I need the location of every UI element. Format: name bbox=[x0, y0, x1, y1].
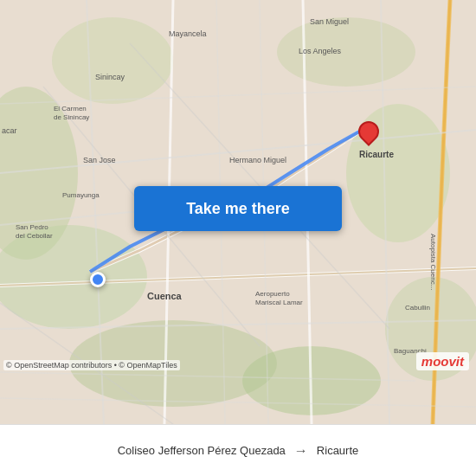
svg-text:Hermano Miguel: Hermano Miguel bbox=[229, 156, 286, 164]
svg-text:San Pedro: San Pedro bbox=[16, 223, 48, 231]
destination-marker bbox=[358, 121, 379, 149]
map-attribution: © OpenStreetMap contributors • © OpenMap… bbox=[3, 360, 180, 370]
svg-text:Cabullin: Cabullin bbox=[405, 304, 430, 312]
route-info: Coliseo Jefferson Pérez Quezada → Ricaur… bbox=[118, 443, 359, 459]
svg-text:del Cebollar: del Cebollar bbox=[16, 232, 53, 240]
svg-text:Pumayunga: Pumayunga bbox=[62, 191, 100, 199]
svg-text:de Sinincay: de Sinincay bbox=[54, 113, 89, 121]
svg-point-8 bbox=[277, 17, 415, 87]
moovit-logo: moovit bbox=[416, 352, 469, 370]
origin-marker bbox=[90, 272, 106, 287]
origin-label: Coliseo Jefferson Pérez Quezada bbox=[118, 444, 286, 457]
svg-point-7 bbox=[52, 17, 173, 104]
svg-text:Ricaurte: Ricaurte bbox=[359, 150, 394, 159]
svg-text:San Jose: San Jose bbox=[83, 156, 116, 164]
svg-text:Cuenca: Cuenca bbox=[147, 291, 183, 301]
svg-text:Mayancela: Mayancela bbox=[169, 29, 207, 38]
svg-text:Aeropuerto: Aeropuerto bbox=[255, 290, 290, 298]
svg-text:Sinincay: Sinincay bbox=[95, 73, 125, 81]
arrow-icon: → bbox=[294, 443, 308, 459]
svg-text:Mariscal Lamar: Mariscal Lamar bbox=[255, 299, 303, 306]
bottom-bar: Coliseo Jefferson Pérez Quezada → Ricaur… bbox=[0, 424, 476, 476]
svg-text:El Carmen: El Carmen bbox=[54, 105, 87, 113]
svg-text:acar: acar bbox=[2, 126, 17, 135]
svg-text:Los Angeles: Los Angeles bbox=[299, 47, 342, 55]
take-me-there-button[interactable]: Take me there bbox=[134, 186, 342, 231]
destination-label: Ricaurte bbox=[317, 444, 358, 457]
map-container: Mayancela San Miguel Sinincay Los Angele… bbox=[0, 0, 476, 424]
svg-text:San Miguel: San Miguel bbox=[310, 17, 349, 26]
svg-text:Autopista Cuenc...: Autopista Cuenc... bbox=[429, 234, 437, 290]
